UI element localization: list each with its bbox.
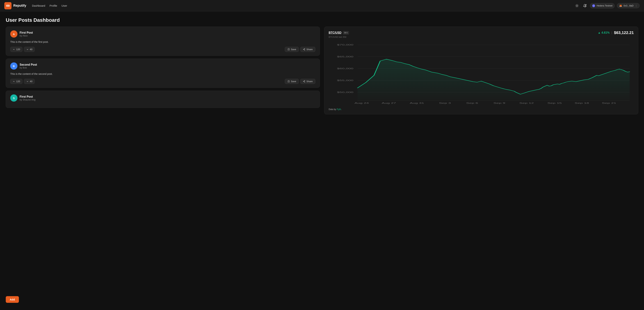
logo-text: Reputify: [13, 4, 26, 8]
svg-point-4: [576, 5, 578, 6]
pair-label[interactable]: BTC/USD: [329, 31, 342, 34]
add-button[interactable]: Add: [6, 296, 19, 303]
svg-line-12: [578, 4, 578, 5]
svg-rect-1: [7, 6, 8, 6]
svg-rect-3: [7, 6, 9, 6]
svg-text:$55,000: $55,000: [337, 79, 354, 82]
pyth-link[interactable]: Pyth: [337, 108, 341, 110]
nav-profile[interactable]: Profile: [50, 4, 57, 7]
logo-icon: [4, 2, 12, 9]
svg-text:Aug 27: Aug 27: [382, 102, 396, 104]
navbar-right: Hedera Testnet 🦊 0x3...8aD ⋮: [574, 3, 640, 9]
svg-text:$65,000: $65,000: [337, 56, 354, 58]
svg-text:$60,000: $60,000: [337, 68, 354, 70]
chart-area: $70,000 $65,000 $60,000 $55,000 $50,000 …: [329, 41, 634, 106]
svg-text:Sep 15: Sep 15: [548, 102, 562, 104]
share-button-1[interactable]: Share: [300, 47, 315, 52]
avatar-1: A: [10, 30, 18, 38]
svg-line-21: [304, 49, 304, 49]
action-buttons-1: Save Share: [285, 47, 315, 52]
svg-text:Sep 3: Sep 3: [439, 102, 451, 104]
price-change: ▲ 4.61%: [598, 31, 610, 34]
wallet-menu-icon: ⋮: [635, 4, 637, 7]
post-author-1: by Alice: [20, 34, 33, 37]
network-dot: [592, 4, 595, 7]
downvote-button-2[interactable]: 40: [24, 79, 35, 84]
main-content: User Posts Dashboard A First Post by Ali…: [0, 12, 644, 120]
post-title-3: First Post: [20, 95, 36, 98]
share-button-2[interactable]: Share: [300, 79, 315, 84]
post-header-1: A First Post by Alice: [10, 30, 315, 38]
price-divider: |: [612, 31, 612, 34]
svg-line-20: [304, 50, 304, 50]
svg-text:Sep 12: Sep 12: [520, 102, 534, 104]
svg-rect-2: [8, 6, 9, 6]
save-button-1[interactable]: Save: [285, 47, 299, 52]
post-meta-3: First Post by Shaune Ang: [20, 95, 36, 101]
svg-point-24: [304, 82, 305, 82]
nav-links: Dashboard Profile User: [32, 4, 67, 7]
save-button-2[interactable]: Save: [285, 79, 299, 84]
wallet-icon: 🦊: [619, 4, 622, 7]
svg-line-7: [576, 4, 576, 5]
svg-text:Aug 24: Aug 24: [354, 102, 369, 104]
svg-point-18: [303, 49, 304, 50]
posts-column: A First Post by Alice This is the conten…: [6, 26, 320, 108]
nav-user[interactable]: User: [62, 4, 67, 7]
wallet-badge[interactable]: 🦊 0x3...8aD ⋮: [617, 3, 640, 8]
svg-text:Aug 31: Aug 31: [410, 102, 424, 104]
svg-line-25: [304, 82, 304, 82]
downvote-button-1[interactable]: 40: [24, 47, 35, 52]
logo-container[interactable]: Reputify: [4, 2, 26, 9]
post-author-2: by Bob: [20, 66, 37, 69]
chart-header: BTC/USD ⌘ K ▲ 4.61% | $63,122.21: [329, 30, 634, 35]
nav-dashboard[interactable]: Dashboard: [32, 4, 45, 7]
dashboard-grid: A First Post by Alice This is the conten…: [6, 26, 638, 114]
post-footer-2: 120 40: [10, 79, 315, 84]
post-meta-2: Second Post by Bob: [20, 63, 37, 69]
action-buttons-2: Save Share: [285, 79, 315, 84]
svg-point-17: [304, 48, 305, 49]
theme-toggle-button[interactable]: [574, 3, 580, 9]
navbar: Reputify Dashboard Profile User: [0, 0, 644, 12]
svg-text:Sep 6: Sep 6: [466, 102, 478, 104]
chart-header-left: BTC/USD ⌘ K: [329, 31, 349, 34]
svg-rect-0: [6, 5, 10, 7]
svg-text:Sep 18: Sep 18: [574, 102, 589, 104]
svg-text:$50,000: $50,000: [337, 91, 354, 93]
svg-line-26: [304, 81, 304, 81]
upvote-button-1[interactable]: 120: [10, 47, 22, 52]
post-header-3: S First Post by Shaune Ang: [10, 94, 315, 102]
post-title-2: Second Post: [20, 63, 37, 66]
wallet-address: 0x3...8aD: [624, 4, 634, 7]
post-card-3: S First Post by Shaune Ang: [6, 91, 320, 108]
network-name: Hedera Testnet: [596, 4, 612, 7]
svg-point-19: [304, 50, 305, 50]
post-author-3: by Shaune Ang: [20, 98, 36, 101]
post-header-2: B Second Post by Bob: [10, 62, 315, 70]
chart-svg: $70,000 $65,000 $60,000 $55,000 $50,000 …: [329, 41, 634, 106]
chart-panel: BTC/USD ⌘ K ▲ 4.61% | $63,122.21 BTC/USD…: [324, 26, 638, 114]
vote-buttons-1: 120 40: [10, 47, 35, 52]
post-meta-1: First Post by Alice: [20, 31, 33, 37]
chart-price-info: ▲ 4.61% | $63,122.21: [598, 30, 634, 35]
svg-point-23: [303, 81, 304, 82]
navbar-left: Reputify Dashboard Profile User: [4, 2, 67, 9]
avatar-2: B: [10, 62, 18, 70]
network-badge[interactable]: Hedera Testnet: [590, 3, 615, 8]
svg-text:Sep 9: Sep 9: [493, 102, 505, 104]
avatar-3: S: [10, 94, 18, 102]
svg-text:Sep 21: Sep 21: [602, 102, 616, 104]
post-content-1: This is the content of the first post.: [10, 40, 315, 44]
upvote-button-2[interactable]: 120: [10, 79, 22, 84]
shortcut-badge: ⌘ K: [343, 31, 349, 34]
notification-button[interactable]: [582, 3, 588, 9]
svg-text:$70,000: $70,000: [337, 44, 354, 46]
page-title: User Posts Dashboard: [6, 17, 638, 23]
post-content-2: This is the content of the second post.: [10, 72, 315, 76]
post-title-1: First Post: [20, 31, 33, 34]
chart-subtitle: BTC/USD last 30d: [329, 36, 634, 38]
post-card-2: B Second Post by Bob This is the content…: [6, 58, 320, 88]
post-card-1: A First Post by Alice This is the conten…: [6, 26, 320, 56]
vote-buttons-2: 120 40: [10, 79, 35, 84]
